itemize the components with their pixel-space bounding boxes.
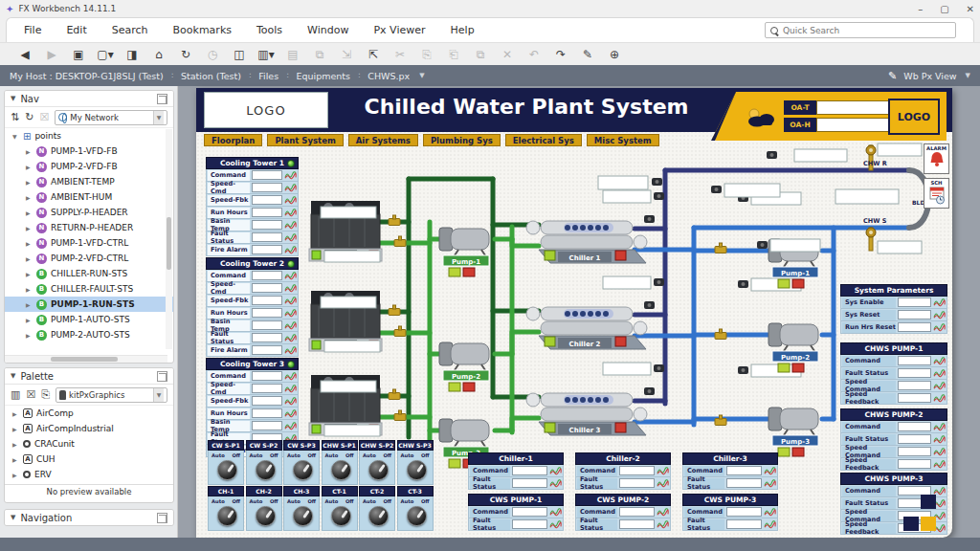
quick-search-input[interactable] <box>783 26 936 35</box>
value-box[interactable] <box>751 364 801 377</box>
caret-collapsed-icon[interactable]: ▶ <box>26 255 33 262</box>
palette-item-erv[interactable]: ▶ERV <box>5 467 173 482</box>
caret-collapsed-icon[interactable]: ▶ <box>26 209 33 216</box>
trend-icon[interactable] <box>933 393 946 404</box>
param-value-box[interactable] <box>512 519 547 529</box>
tree-item-pump-1-vfd-fb[interactable]: ▶NPUMP-1-VFD-FB <box>5 143 173 159</box>
param-value-box[interactable] <box>898 393 931 403</box>
trend-icon[interactable] <box>549 507 562 518</box>
value-box[interactable] <box>751 192 801 205</box>
caret-collapsed-icon[interactable]: ▶ <box>12 410 19 417</box>
trend-icon[interactable] <box>284 384 297 394</box>
param-value-box[interactable] <box>252 283 282 293</box>
close-palette-icon[interactable]: ☒ <box>26 388 35 401</box>
rotary-switch-knob[interactable] <box>407 460 427 480</box>
quick-search[interactable] <box>765 22 956 38</box>
rotary-switch-knob[interactable] <box>293 460 313 480</box>
menu-bookmarks[interactable]: Bookmarks <box>173 24 232 36</box>
toolbar-back-icon[interactable]: ◀ <box>13 48 36 61</box>
value-box[interactable] <box>724 184 780 197</box>
value-box[interactable] <box>321 207 376 218</box>
rotary-switch-knob[interactable] <box>293 506 313 526</box>
param-value-box[interactable] <box>898 459 931 469</box>
param-value-box[interactable] <box>252 183 282 192</box>
navigation-panel-header[interactable]: ▼ Navigation <box>5 510 173 526</box>
breadcrumb-files[interactable]: Files <box>258 71 278 81</box>
palette-item-cuh[interactable]: ▶ACUH <box>5 452 173 467</box>
rotary-switch-knob[interactable] <box>331 506 351 526</box>
breadcrumb-host[interactable]: My Host : DESKTOP-G1J8SLJ (Test) <box>10 71 164 81</box>
trend-icon[interactable] <box>657 507 669 518</box>
menu-help[interactable]: Help <box>451 24 475 36</box>
trend-icon[interactable] <box>933 356 946 366</box>
value-box[interactable] <box>794 149 847 162</box>
close-button[interactable]: ✕ <box>967 4 974 14</box>
trend-icon[interactable] <box>933 381 946 391</box>
param-value-box[interactable] <box>252 208 282 217</box>
tree-root-points[interactable]: ▼⊞points <box>5 128 173 143</box>
menu-px-viewer[interactable]: Px Viewer <box>373 24 425 36</box>
tree-item-pump-2-vfd-fb[interactable]: ▶NPUMP-2-VFD-FB <box>5 159 173 174</box>
caret-collapsed-icon[interactable]: ▶ <box>26 317 33 323</box>
toolbar-record-icon[interactable]: ◨ <box>121 48 144 61</box>
trend-icon[interactable] <box>657 466 669 476</box>
trend-icon[interactable] <box>549 519 562 530</box>
popout-icon[interactable] <box>157 513 167 523</box>
value-box[interactable] <box>321 381 376 392</box>
value-box[interactable] <box>603 363 651 375</box>
trend-icon[interactable] <box>933 459 946 470</box>
maximize-button[interactable]: ▢ <box>940 4 948 14</box>
toolbar-web-icon[interactable]: ⊕ <box>603 48 626 61</box>
trend-icon[interactable] <box>933 322 946 333</box>
trend-icon[interactable] <box>284 245 297 255</box>
rotary-switch-knob[interactable] <box>368 460 389 480</box>
trend-icon[interactable] <box>657 478 669 489</box>
trend-icon[interactable] <box>933 422 946 432</box>
param-value-box[interactable] <box>252 421 282 430</box>
alarm-button[interactable]: ALARM <box>924 143 949 174</box>
palette-item-aircompindustrial[interactable]: ▶AAirCompIndustrial <box>5 421 173 436</box>
toolbar-edit-icon[interactable]: ✎ <box>576 48 599 61</box>
param-value-box[interactable] <box>512 507 547 517</box>
trend-icon[interactable] <box>284 396 297 407</box>
trend-icon[interactable] <box>284 183 297 193</box>
param-value-box[interactable] <box>252 384 282 393</box>
hmi-tab-plumbing-sys[interactable]: Plumbing Sys <box>423 134 501 146</box>
tree-item-chiller-run-sts[interactable]: ▶BCHILLER-RUN-STS <box>5 266 173 281</box>
caret-collapsed-icon[interactable]: ▶ <box>26 240 33 247</box>
param-value-box[interactable] <box>512 478 547 488</box>
refresh-icon[interactable]: ↻ <box>25 111 33 123</box>
caret-collapsed-icon[interactable]: ▶ <box>26 301 33 308</box>
value-box[interactable] <box>598 176 648 189</box>
popout-icon[interactable] <box>157 371 167 382</box>
view-selector[interactable]: Wb Px View <box>903 71 956 81</box>
tree-item-return-p-header[interactable]: ▶NRETURN-P-HEADER <box>5 220 173 235</box>
hmi-tab-floorplan[interactable]: Floorplan <box>204 134 262 146</box>
value-box[interactable] <box>321 297 376 308</box>
rotary-switch-knob[interactable] <box>217 506 237 526</box>
palette-item-aircomp[interactable]: ▶AAirComp <box>5 406 173 421</box>
param-value-box[interactable] <box>726 466 762 475</box>
trend-icon[interactable] <box>284 320 297 331</box>
nav-panel-header[interactable]: ▼ Nav <box>5 91 173 107</box>
param-value-box[interactable] <box>898 310 931 320</box>
toolbar-redo-icon[interactable]: ↷ <box>549 48 572 61</box>
breadcrumb-equipments[interactable]: Equipments <box>296 71 350 81</box>
rotary-switch-knob[interactable] <box>217 460 237 480</box>
trend-icon[interactable] <box>933 310 946 320</box>
caret-collapsed-icon[interactable]: ▶ <box>26 286 33 293</box>
open-palette-icon[interactable]: ▥ <box>11 388 20 401</box>
caret-collapsed-icon[interactable]: ▶ <box>26 194 33 201</box>
tree-item-ambient-temp[interactable]: ▶NAMBIENT-TEMP <box>5 174 173 189</box>
menu-tools[interactable]: Tools <box>256 24 282 36</box>
param-value-box[interactable] <box>726 478 762 488</box>
param-value-box[interactable] <box>898 356 931 365</box>
trend-icon[interactable] <box>933 447 946 457</box>
trend-icon[interactable] <box>549 466 562 476</box>
trend-icon[interactable] <box>764 478 776 489</box>
caret-collapsed-icon[interactable]: ▶ <box>26 179 33 186</box>
tree-item-pump-2-vfd-ctrl[interactable]: ▶NPUMP-2-VFD-CTRL <box>5 251 173 266</box>
tree-item-supply-p-header[interactable]: ▶NSUPPLY-P-HEADER <box>5 205 173 220</box>
value-box[interactable] <box>603 276 651 289</box>
value-box[interactable] <box>770 239 820 252</box>
